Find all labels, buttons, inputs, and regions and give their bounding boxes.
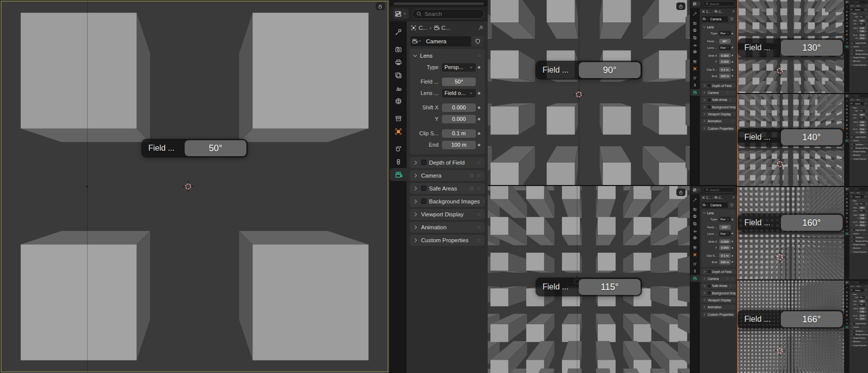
datablock-selector[interactable] (851, 102, 854, 105)
camera-lock-toggle[interactable] (676, 188, 685, 196)
section-background-images[interactable]: Background Images (701, 104, 736, 110)
animate-dot-icon[interactable] (866, 132, 866, 132)
tab-object[interactable] (845, 33, 849, 36)
tab-object-box[interactable] (390, 112, 407, 125)
viewport-fov-90[interactable]: Field ...90° (488, 0, 690, 185)
field-of-view-slider[interactable]: 130° (859, 20, 865, 22)
editor-type-button[interactable] (846, 187, 850, 190)
datablock-selector[interactable] (851, 289, 854, 292)
section-background-images[interactable]: Background Images (850, 333, 868, 336)
clip-end-slider[interactable]: 100 m (859, 318, 865, 320)
fake-user-shield-button[interactable] (864, 102, 868, 105)
drag-grip-icon[interactable] (476, 53, 482, 59)
clip-end-slider[interactable]: 100 m (859, 37, 865, 40)
editor-type-button[interactable] (393, 8, 409, 19)
drag-grip-icon[interactable] (866, 200, 867, 201)
section-checkbox[interactable] (853, 323, 855, 324)
lens-panel-header[interactable]: Lens (851, 199, 867, 202)
animate-dot-icon[interactable] (478, 92, 480, 94)
animate-dot-icon[interactable] (732, 55, 733, 56)
section-viewport-display[interactable]: Viewport Display (410, 209, 485, 220)
datablock-selector[interactable] (851, 8, 854, 11)
field-of-view-value-slider[interactable]: 115° (579, 279, 641, 295)
datablock-selector[interactable] (851, 195, 854, 198)
section-animation[interactable]: Animation (701, 118, 736, 124)
viewport-fov-160[interactable]: Field ...160° (737, 187, 844, 280)
lens-panel-header[interactable]: Lens (851, 12, 867, 15)
tab-render[interactable] (690, 206, 700, 213)
animate-dot-icon[interactable] (866, 215, 866, 215)
section-viewport-display[interactable]: Viewport Display (850, 56, 868, 59)
section-animation[interactable]: Animation (410, 222, 485, 233)
animate-dot-icon[interactable] (732, 33, 733, 34)
section-depth-of-field[interactable]: Depth of Field (850, 42, 868, 45)
breadcrumb-object[interactable]: C... (853, 192, 855, 194)
breadcrumb-object[interactable]: C... (419, 25, 428, 31)
tab-world[interactable] (690, 234, 700, 241)
tab-tool[interactable] (845, 286, 849, 289)
fake-user-shield-button[interactable] (728, 16, 735, 22)
clip-end-slider[interactable]: 100 m (442, 141, 476, 150)
breadcrumb-data[interactable]: C... (719, 10, 724, 13)
section-viewport-display[interactable]: Viewport Display (850, 150, 868, 153)
clip-start-slider[interactable]: 0.1 m (442, 129, 476, 138)
animate-dot-icon[interactable] (866, 31, 866, 31)
drag-grip-icon[interactable] (866, 107, 867, 108)
tab-tool[interactable] (845, 99, 849, 103)
tab-output[interactable] (845, 13, 849, 17)
tab-render[interactable] (390, 43, 407, 56)
tab-output[interactable] (845, 294, 849, 297)
tab-tool[interactable] (845, 5, 849, 9)
header-scrollbar-thumb[interactable] (394, 2, 484, 5)
section-camera[interactable]: Camera (410, 170, 485, 181)
tab-physics[interactable] (690, 261, 700, 268)
tab-object[interactable] (690, 65, 700, 72)
lens-type-dropdown[interactable]: Persp... (719, 31, 731, 36)
editor-type-button[interactable] (846, 0, 850, 3)
tab-object-data[interactable] (690, 275, 700, 282)
tab-scene[interactable] (845, 208, 849, 211)
section-checkbox[interactable] (853, 330, 855, 332)
tab-view-layer[interactable] (845, 298, 849, 301)
section-checkbox[interactable] (853, 53, 855, 55)
section-background-images[interactable]: Background Images (701, 290, 736, 296)
field-of-view-slider[interactable]: 115° (719, 225, 731, 230)
tab-object-data[interactable] (690, 89, 700, 96)
3d-viewport-scene[interactable] (737, 187, 844, 280)
section-depth-of-field[interactable]: Depth of Field (850, 229, 868, 232)
search-input[interactable] (710, 188, 733, 191)
tab-object-box[interactable] (845, 310, 849, 313)
tab-constraints[interactable] (845, 135, 849, 139)
tab-world[interactable] (690, 48, 700, 55)
camera-name-input[interactable] (854, 289, 864, 292)
lens-panel-header[interactable]: Lens (851, 106, 867, 109)
pin-button[interactable] (478, 25, 484, 31)
viewport-fov-140[interactable]: Field ...140° (737, 94, 844, 186)
section-animation[interactable]: Animation (850, 247, 868, 250)
camera-name-input[interactable] (709, 16, 728, 22)
tab-world[interactable] (845, 118, 849, 122)
animate-dot-icon[interactable] (732, 247, 733, 249)
tab-output[interactable] (690, 213, 700, 220)
lens-type-dropdown[interactable]: Persp... (859, 296, 865, 298)
search-input[interactable] (855, 188, 867, 189)
section-checkbox[interactable] (708, 284, 711, 287)
header-scrollbar[interactable] (390, 0, 488, 6)
section-custom-properties[interactable]: Custom Properties (701, 125, 736, 131)
lens-unit-dropdown[interactable]: Field o... (719, 231, 731, 236)
animate-dot-icon[interactable] (866, 297, 866, 297)
field-of-view-value-slider[interactable]: 160° (781, 215, 843, 231)
tab-object-box[interactable] (845, 216, 849, 220)
section-camera[interactable]: Camera (701, 90, 736, 96)
datablock-selector[interactable] (702, 202, 709, 208)
section-checkbox[interactable] (708, 291, 711, 294)
lens-type-dropdown[interactable]: Persp... (859, 109, 865, 112)
animate-dot-icon[interactable] (866, 308, 866, 309)
section-animation[interactable]: Animation (850, 340, 868, 343)
shift-y-slider[interactable]: 0.000 (719, 59, 731, 64)
tab-render[interactable] (845, 290, 849, 294)
pin-button[interactable] (866, 285, 867, 287)
shift-x-slider[interactable]: 0.000 (442, 103, 476, 112)
section-custom-properties[interactable]: Custom Properties (850, 344, 868, 347)
tab-object[interactable] (845, 220, 849, 223)
